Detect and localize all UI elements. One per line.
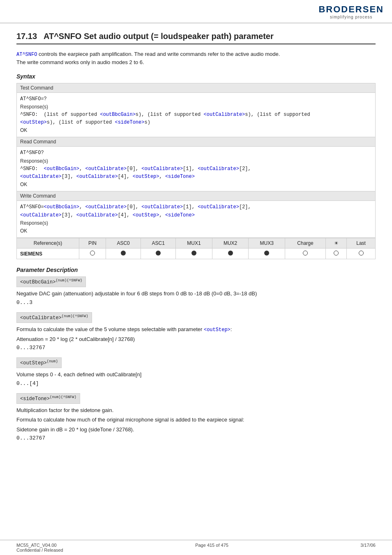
main-content: 17.13 AT^SNFO Set audio output (= loudsp… [0, 23, 392, 456]
siemens-charge [285, 249, 325, 259]
param-outCalibrate-id: <outCalibrate> [20, 315, 62, 321]
footer-doc-id: MC55_ATC_V04.00 [16, 543, 63, 548]
param-sideTone-range: 0...32767 [16, 435, 376, 441]
siemens-last [347, 249, 376, 259]
test-response-1: ^SNFO: (list of supported <outBbcGain>s)… [20, 111, 372, 119]
intro-text: controls the earpiece path amplification… [37, 51, 280, 57]
param-outCalibrate-desc1: Formula to calculate the value of the 5 … [16, 325, 376, 334]
footer-date: 3/17/06 [360, 543, 376, 553]
param-outCalibrate-sup: (num)(^SNFW) [62, 314, 88, 318]
siemens-mux1 [176, 249, 212, 259]
test-command-block: Test Command AT^SNFO=? Response(s) ^SNFO… [16, 83, 376, 138]
test-ok: OK [20, 127, 372, 134]
logo-main: BRODERSEN [318, 4, 384, 15]
table-row: SIEMENS [17, 249, 376, 259]
write-command-block: Write Command AT^SNFO=<outBbcGain>, <out… [16, 191, 376, 238]
mux3-col-header: MUX3 [249, 238, 285, 249]
param-section-title: Parameter Description [16, 267, 376, 273]
test-command-line: AT^SNFO=? [20, 95, 372, 103]
param-sideTone-desc3: Sidetone gain in dB = 20 * log (sideTone… [16, 426, 376, 434]
write-response-label: Response(s) [20, 219, 372, 227]
param-outStep-desc: Volume steps 0 - 4, each defined with ou… [16, 371, 376, 379]
footer-page: Page 415 of 475 [195, 543, 228, 553]
param-outCalibrate: <outCalibrate>(num)(^SNFW) Formula to ca… [16, 312, 376, 351]
test-command-body: AT^SNFO=? Response(s) ^SNFO: (list of su… [17, 93, 375, 137]
circle-filled-icon [156, 251, 161, 256]
circle-filled-icon [264, 251, 269, 256]
read-command-header: Read Command [17, 137, 375, 147]
footer-status: Confidential / Released [16, 548, 63, 553]
read-ok: OK [20, 181, 372, 189]
mux2-col-header: MUX2 [212, 238, 249, 249]
read-response-label: Response(s) [20, 157, 372, 165]
intro-line2: The write command works only in audio mo… [16, 59, 144, 65]
siemens-settings [326, 249, 347, 259]
asc1-col-header: ASC1 [141, 238, 176, 249]
siemens-mux3 [249, 249, 285, 259]
charge-col-header: Charge [285, 238, 325, 249]
siemens-asc1 [141, 249, 176, 259]
siemens-mux2 [212, 249, 249, 259]
outStep-ref: <outStep> [204, 327, 231, 333]
write-ok: OK [20, 227, 372, 235]
ref-col-header: Reference(s) [17, 238, 79, 249]
read-command-line: AT^SNFO? [20, 149, 372, 157]
param-outStep-id: <outStep> [20, 360, 47, 366]
param-outBbcGain-id: <outBbcGain> [20, 279, 55, 285]
siemens-name: SIEMENS [17, 249, 79, 259]
write-command-body: AT^SNFO=<outBbcGain>, <outCalibrate>[0],… [17, 201, 375, 237]
circle-filled-icon [228, 251, 233, 256]
test-command-header: Test Command [17, 83, 375, 93]
circle-empty-icon [90, 251, 95, 256]
param-outBbcGain-desc: Negative DAC gain (attenuation) adjustab… [16, 290, 376, 298]
circle-empty-icon [303, 251, 308, 256]
param-outCalibrate-desc2: Attenuation = 20 * log (2 * outCalibrate… [16, 335, 376, 343]
read-response-1: ^SNFO: <outBbcGain>, <outCalibrate>[0], … [20, 165, 372, 173]
page-header: BRODERSEN simplifying process [0, 0, 392, 23]
logo-sub: simplifying process [318, 15, 384, 19]
pin-col-header: PIN [79, 238, 106, 249]
param-outCalibrate-header: <outCalibrate>(num)(^SNFW) [16, 312, 376, 325]
test-response-2: <outStep>s), (list of supported <sideTon… [20, 119, 372, 127]
asc0-col-header: ASC0 [106, 238, 141, 249]
mux1-col-header: MUX1 [176, 238, 212, 249]
param-outBbcGain-sup: (num)(^SNFW) [55, 279, 82, 283]
last-col-header: Last [347, 238, 376, 249]
read-command-body: AT^SNFO? Response(s) ^SNFO: <outBbcGain>… [17, 147, 375, 191]
siemens-asc0 [106, 249, 141, 259]
param-outStep: <outStep>(num) Volume steps 0 - 4, each … [16, 357, 376, 387]
siemens-pin [79, 249, 106, 259]
param-outBbcGain: <outBbcGain>(num)(^SNFW) Negative DAC ga… [16, 276, 376, 306]
intro-code: AT^SNFO [16, 52, 37, 58]
write-command-line2: <outCalibrate>[3], <outCalibrate>[4], <o… [20, 212, 372, 219]
settings-col-header: ☀ [326, 238, 347, 249]
section-heading: AT^SNFO Set audio output (= loudspeaker … [44, 32, 274, 41]
param-outBbcGain-header: <outBbcGain>(num)(^SNFW) [16, 276, 376, 290]
circle-filled-icon [121, 251, 126, 256]
param-sideTone-desc1: Multiplication factor for the sidetone g… [16, 406, 376, 415]
param-outCalibrate-range: 0...32767 [16, 345, 376, 351]
circle-filled-icon [191, 251, 196, 256]
footer-left: MC55_ATC_V04.00 Confidential / Released [16, 543, 63, 553]
read-response-2: <outCalibrate>[3], <outCalibrate>[4], <o… [20, 173, 372, 181]
param-sideTone: <sideTone>(num)(^SNFW) Multiplication fa… [16, 393, 376, 442]
param-section: Parameter Description <outBbcGain>(num)(… [16, 267, 376, 441]
logo-block: BRODERSEN simplifying process [318, 4, 384, 19]
param-sideTone-sup: (num)(^SNFW) [50, 395, 76, 399]
param-outStep-header: <outStep>(num) [16, 357, 376, 371]
section-number: 17.13 [16, 32, 37, 41]
param-sideTone-header: <sideTone>(num)(^SNFW) [16, 393, 376, 406]
param-outStep-range: 0...[4] [16, 380, 376, 387]
param-outStep-sup: (num) [47, 359, 58, 364]
circle-empty-icon [334, 251, 339, 256]
write-command-header: Write Command [17, 191, 375, 201]
reference-table: Reference(s) PIN ASC0 ASC1 MUX1 MUX2 MUX… [16, 238, 376, 259]
intro-paragraph: AT^SNFO controls the earpiece path ampli… [16, 50, 376, 67]
write-command-line1: AT^SNFO=<outBbcGain>, <outCalibrate>[0],… [20, 203, 372, 211]
param-sideTone-id: <sideTone> [20, 396, 50, 402]
syntax-heading: Syntax [16, 73, 376, 80]
page-footer: MC55_ATC_V04.00 Confidential / Released … [0, 540, 392, 555]
param-outBbcGain-range: 0...3 [16, 299, 376, 306]
read-command-block: Read Command AT^SNFO? Response(s) ^SNFO:… [16, 137, 376, 191]
section-title: 17.13 AT^SNFO Set audio output (= loudsp… [16, 32, 376, 44]
